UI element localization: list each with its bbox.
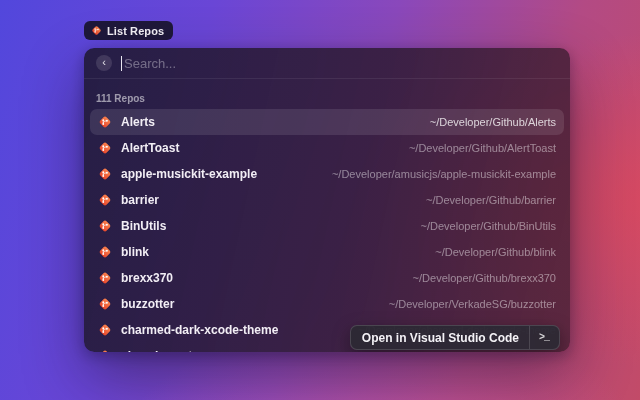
repo-row[interactable]: buzzotter ~/Developer/VerkadeSG/buzzotte… bbox=[90, 291, 564, 317]
repo-row[interactable]: BinUtils ~/Developer/Github/BinUtils bbox=[90, 213, 564, 239]
repo-name: apple-musickit-example bbox=[121, 167, 257, 181]
repo-name: buzzotter bbox=[121, 297, 174, 311]
pill-label: List Repos bbox=[107, 25, 164, 37]
tooltip-label: Open in Visual Studio Code bbox=[362, 331, 529, 345]
back-button[interactable]: ‹ bbox=[96, 55, 112, 71]
raycast-window: ‹ 111 Repos Alerts ~/Developer/Github/Al… bbox=[84, 48, 570, 352]
repo-row[interactable]: barrier ~/Developer/Github/barrier bbox=[90, 187, 564, 213]
git-repo-icon bbox=[98, 349, 112, 352]
repo-path: ~/Developer/VerkadeSG/buzzotter bbox=[389, 298, 556, 310]
repo-list: Alerts ~/Developer/Github/Alerts AlertTo… bbox=[84, 109, 570, 352]
list-repos-pill[interactable]: List Repos bbox=[84, 21, 173, 40]
repo-path: ~/Developer/Github/barrier bbox=[426, 194, 556, 206]
open-in-vscode-tooltip[interactable]: Open in Visual Studio Code >_ bbox=[350, 325, 560, 350]
git-repo-icon bbox=[98, 219, 112, 233]
search-bar: ‹ bbox=[84, 48, 570, 79]
git-repo-icon bbox=[98, 271, 112, 285]
repo-row[interactable]: blink ~/Developer/Github/blink bbox=[90, 239, 564, 265]
repo-row[interactable]: apple-musickit-example ~/Developer/amusi… bbox=[90, 161, 564, 187]
repo-name: brexx370 bbox=[121, 271, 173, 285]
repo-name: blink bbox=[121, 245, 149, 259]
chevron-left-icon: ‹ bbox=[102, 57, 106, 68]
search-input[interactable] bbox=[124, 56, 558, 71]
repo-name: charmed-dark-xcode-theme bbox=[121, 323, 278, 337]
repo-row[interactable]: brexx370 ~/Developer/Github/brexx370 bbox=[90, 265, 564, 291]
git-repo-icon bbox=[98, 323, 112, 337]
git-repo-icon bbox=[98, 193, 112, 207]
repo-name: chaseimport bbox=[121, 349, 192, 352]
text-caret bbox=[121, 56, 122, 71]
repo-path: ~/Developer/VerkadeSG/chaseimport bbox=[374, 350, 556, 352]
repo-name: AlertToast bbox=[121, 141, 179, 155]
repo-row[interactable]: Alerts ~/Developer/Github/Alerts bbox=[90, 109, 564, 135]
repo-path: ~/Developer/amusicjs/apple-musickit-exam… bbox=[332, 168, 556, 180]
repo-path: ~/Developer/Github/brexx370 bbox=[413, 272, 556, 284]
git-repo-icon bbox=[98, 245, 112, 259]
git-repo-icon bbox=[98, 167, 112, 181]
terminal-shortcut-icon: >_ bbox=[530, 332, 559, 343]
repo-name: BinUtils bbox=[121, 219, 166, 233]
repo-name: barrier bbox=[121, 193, 159, 207]
git-repo-icon bbox=[91, 25, 102, 36]
git-repo-icon bbox=[98, 297, 112, 311]
desktop: { "pill": { "label": "List Repos" }, "wi… bbox=[0, 0, 640, 400]
repo-path: ~/Developer/Github/Alerts bbox=[430, 116, 556, 128]
repo-path: ~/Developer/Github/BinUtils bbox=[421, 220, 556, 232]
repo-path: ~/Developer/Github/blink bbox=[435, 246, 556, 258]
git-repo-icon bbox=[98, 141, 112, 155]
git-repo-icon bbox=[98, 115, 112, 129]
repo-path: ~/Developer/Github/AlertToast bbox=[409, 142, 556, 154]
repo-row[interactable]: AlertToast ~/Developer/Github/AlertToast bbox=[90, 135, 564, 161]
repo-name: Alerts bbox=[121, 115, 155, 129]
section-header: 111 Repos bbox=[96, 93, 558, 104]
